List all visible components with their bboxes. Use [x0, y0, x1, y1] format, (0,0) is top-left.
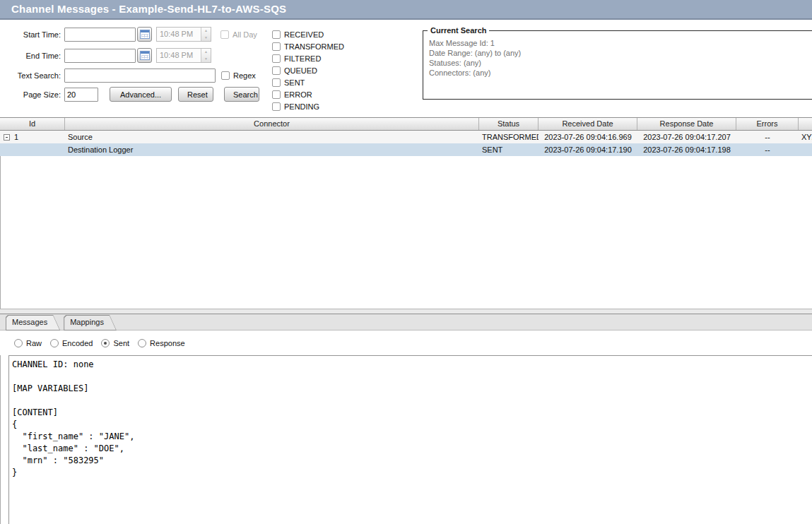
column-header-connector[interactable]: Connector: [65, 118, 479, 130]
page-title: Channel Messages - Example-Send-HL7-to-A…: [0, 0, 812, 20]
current-search-title: Current Search: [428, 26, 489, 35]
column-header-id[interactable]: Id: [0, 118, 65, 130]
start-time-spinner[interactable]: ▲▼: [201, 28, 211, 41]
column-header-errors[interactable]: Errors: [736, 118, 799, 130]
cell-status: SENT: [479, 143, 539, 156]
radio-icon: [138, 339, 146, 347]
radio-selected-icon: [101, 339, 110, 347]
end-time-input[interactable]: [64, 49, 136, 63]
reset-button[interactable]: Reset: [178, 87, 213, 102]
tab-mappings[interactable]: Mappings: [64, 315, 117, 331]
text-search-input[interactable]: [64, 69, 216, 83]
checkbox-icon: [221, 71, 230, 80]
filter-sent-checkbox[interactable]: SENT: [272, 76, 344, 88]
status-filter-list: RECEIVED TRANSFORMED FILTERED QUEUED SEN…: [272, 28, 344, 112]
filter-transformed-checkbox[interactable]: TRANSFORMED: [272, 40, 344, 52]
cell-errors: --: [736, 131, 799, 143]
table-header-row: Id Connector Status Received Date Respon…: [0, 117, 812, 131]
calendar-icon: [140, 30, 150, 39]
radio-response[interactable]: Response: [138, 339, 185, 347]
end-time-clock-field[interactable]: 10:48 PM ▲▼: [156, 48, 211, 63]
panel-splitter[interactable]: [0, 309, 812, 314]
filter-pending-checkbox[interactable]: PENDING: [272, 100, 344, 112]
cell-response-date: 2023-07-26 09:04:17.198: [637, 143, 736, 156]
radio-encoded[interactable]: Encoded: [50, 339, 93, 347]
filter-received-checkbox[interactable]: RECEIVED: [272, 28, 344, 40]
cell-id: 1: [0, 131, 65, 143]
column-header-extra[interactable]: [799, 118, 812, 130]
checkbox-icon: [272, 78, 281, 87]
start-time-input[interactable]: [64, 28, 136, 42]
radio-sent[interactable]: Sent: [101, 339, 129, 347]
column-header-status[interactable]: Status: [479, 118, 539, 130]
cell-status: TRANSFORMED: [479, 131, 539, 143]
collapse-icon[interactable]: [4, 134, 10, 141]
spinner-up-icon[interactable]: ▲: [201, 28, 211, 35]
current-search-statuses: Statuses: (any): [429, 58, 812, 68]
all-day-label: All Day: [233, 30, 257, 39]
current-search-connectors: Connectors: (any): [429, 68, 812, 78]
cell-extra: XYZ_: [799, 131, 812, 143]
message-content-text: CHANNEL ID: none [MAP VARIABLES] [CONTEN…: [9, 356, 812, 479]
start-time-clock-value: 10:48 PM: [157, 28, 201, 41]
checkbox-icon: [272, 54, 281, 63]
checkbox-icon: [272, 102, 281, 111]
filter-error-checkbox[interactable]: ERROR: [272, 88, 344, 100]
end-time-row: End Time: 10:48 PM ▲▼: [0, 48, 211, 63]
regex-label: Regex: [233, 71, 256, 80]
cell-id: [0, 143, 65, 156]
current-search-date-range: Date Range: (any) to (any): [429, 48, 812, 58]
message-content-area[interactable]: CHANNEL ID: none [MAP VARIABLES] [CONTEN…: [8, 355, 812, 524]
spinner-down-icon[interactable]: ▼: [201, 35, 211, 42]
page-size-label: Page Size:: [0, 90, 61, 99]
spinner-down-icon[interactable]: ▼: [201, 56, 211, 63]
start-time-row: Start Time: 10:48 PM ▲▼ All Day: [0, 27, 257, 42]
radio-raw[interactable]: Raw: [14, 339, 42, 347]
end-time-spinner[interactable]: ▲▼: [201, 49, 211, 62]
current-search-panel: Current Search Max Message Id: 1 Date Ra…: [423, 30, 812, 100]
current-search-max-id: Max Message Id: 1: [429, 38, 812, 48]
content-view-selector: Raw Encoded Sent Response: [0, 331, 812, 355]
column-header-received-date[interactable]: Received Date: [539, 118, 637, 130]
start-time-calendar-button[interactable]: [137, 27, 152, 42]
regex-checkbox[interactable]: Regex: [221, 71, 256, 80]
checkbox-icon: [220, 30, 229, 39]
filter-queued-checkbox[interactable]: QUEUED: [272, 64, 344, 76]
filter-filtered-checkbox[interactable]: FILTERED: [272, 52, 344, 64]
search-button[interactable]: Search: [224, 87, 259, 102]
radio-icon: [14, 339, 23, 347]
cell-received-date: 2023-07-26 09:04:16.969: [539, 131, 637, 143]
end-time-calendar-button[interactable]: [137, 48, 152, 63]
calendar-icon: [140, 51, 150, 60]
bottom-tab-strip: Messages Mappings: [0, 314, 812, 331]
advanced-button[interactable]: Advanced...: [110, 87, 172, 102]
cell-extra: [799, 143, 812, 156]
text-search-row: Text Search: Regex: [0, 68, 256, 83]
cell-errors: --: [736, 143, 799, 156]
cell-response-date: 2023-07-26 09:04:17.207: [637, 131, 736, 143]
column-header-response-date[interactable]: Response Date: [637, 118, 736, 130]
spinner-up-icon[interactable]: ▲: [201, 49, 211, 56]
page-size-input[interactable]: [64, 88, 98, 102]
checkbox-icon: [272, 66, 281, 75]
end-time-label: End Time:: [0, 52, 61, 60]
table-row-destination-logger[interactable]: Destination Logger SENT 2023-07-26 09:04…: [0, 143, 812, 156]
search-panel: Start Time: 10:48 PM ▲▼ All Day End Time…: [0, 20, 812, 117]
checkbox-icon: [272, 42, 281, 51]
radio-icon: [50, 339, 59, 347]
text-search-label: Text Search:: [0, 71, 61, 80]
cell-received-date: 2023-07-26 09:04:17.190: [539, 143, 637, 156]
cell-connector: Source: [65, 131, 479, 143]
channel-messages-window: Channel Messages - Example-Send-HL7-to-A…: [0, 0, 812, 524]
messages-table: Id Connector Status Received Date Respon…: [0, 117, 812, 156]
checkbox-icon: [272, 90, 281, 99]
start-time-label: Start Time:: [0, 30, 61, 39]
cell-connector: Destination Logger: [65, 143, 479, 156]
all-day-checkbox[interactable]: All Day: [220, 30, 257, 39]
end-time-clock-value: 10:48 PM: [157, 49, 201, 62]
checkbox-icon: [272, 30, 281, 39]
table-row-source[interactable]: 1 Source TRANSFORMED 2023-07-26 09:04:16…: [0, 131, 812, 143]
tab-messages[interactable]: Messages: [6, 315, 60, 331]
start-time-clock-field[interactable]: 10:48 PM ▲▼: [156, 27, 211, 42]
